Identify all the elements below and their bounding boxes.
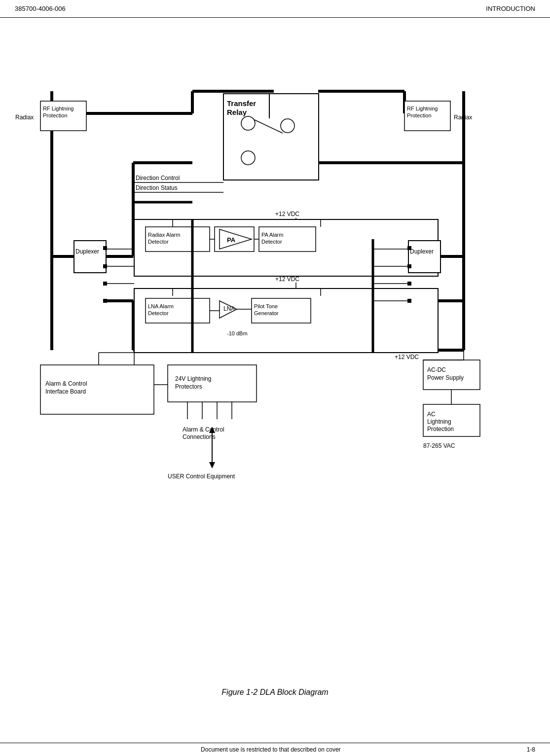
block-diagram-svg: Transfer Relay RF Lightning Protection R… xyxy=(0,15,550,745)
svg-text:+12 VDC: +12 VDC xyxy=(275,276,299,283)
svg-text:Transfer: Transfer xyxy=(227,99,256,108)
svg-text:Connections: Connections xyxy=(183,433,216,440)
svg-text:+12 VDC: +12 VDC xyxy=(395,354,419,360)
svg-text:Detector: Detector xyxy=(148,310,169,316)
svg-rect-117 xyxy=(103,264,107,268)
svg-marker-96 xyxy=(209,462,215,468)
svg-rect-120 xyxy=(407,246,411,250)
svg-text:Duplexer: Duplexer xyxy=(75,248,99,255)
svg-text:PA Alarm: PA Alarm xyxy=(261,232,283,238)
svg-text:AC: AC xyxy=(427,411,436,418)
svg-text:RF Lightning: RF Lightning xyxy=(43,106,73,111)
figure-caption: Figure 1-2 DLA Block Diagram xyxy=(0,688,550,697)
svg-rect-123 xyxy=(407,299,411,303)
svg-text:Protection: Protection xyxy=(43,112,68,118)
svg-text:Direction Control: Direction Control xyxy=(136,175,180,181)
svg-text:Radiax: Radiax xyxy=(15,114,34,121)
svg-text:LNA: LNA xyxy=(223,305,235,312)
svg-text:Duplexer: Duplexer xyxy=(410,248,434,255)
svg-text:Protection: Protection xyxy=(427,426,454,432)
svg-text:24V Lightning: 24V Lightning xyxy=(175,375,211,382)
svg-text:87-265 VAC: 87-265 VAC xyxy=(423,442,455,449)
svg-text:Protectors: Protectors xyxy=(175,383,202,390)
svg-text:Pilot Tone: Pilot Tone xyxy=(254,303,278,309)
svg-rect-121 xyxy=(407,264,411,268)
svg-text:Radiax Alarm: Radiax Alarm xyxy=(148,232,180,238)
svg-rect-118 xyxy=(103,282,107,286)
svg-text:+12 VDC: +12 VDC xyxy=(275,211,299,217)
svg-text:Detector: Detector xyxy=(148,239,169,245)
svg-text:Alarm & Control: Alarm & Control xyxy=(183,426,224,433)
svg-rect-122 xyxy=(407,282,411,286)
svg-text:AC-DC: AC-DC xyxy=(427,366,446,373)
footer-center: Document use is restricted to that descr… xyxy=(201,746,340,753)
svg-rect-76 xyxy=(408,241,440,273)
svg-text:Lightning: Lightning xyxy=(427,418,451,425)
svg-point-22 xyxy=(241,116,255,130)
svg-text:Generator: Generator xyxy=(254,310,279,316)
svg-text:Interface Board: Interface Board xyxy=(45,388,86,395)
svg-text:USER Control Equipment: USER Control Equipment xyxy=(168,473,235,480)
svg-text:Protection: Protection xyxy=(407,112,432,118)
diagram-area: Transfer Relay RF Lightning Protection R… xyxy=(0,15,550,736)
doc-number: 385700-4006-006 xyxy=(15,5,66,12)
svg-text:Radiax: Radiax xyxy=(454,114,472,121)
svg-point-23 xyxy=(241,151,255,165)
svg-text:Direction Status: Direction Status xyxy=(136,184,178,191)
svg-point-24 xyxy=(281,119,294,133)
svg-text:-10 dBm: -10 dBm xyxy=(227,330,248,336)
svg-rect-70 xyxy=(74,241,106,273)
svg-rect-116 xyxy=(103,246,107,250)
footer-right: 1-8 xyxy=(527,746,535,753)
svg-rect-119 xyxy=(103,299,107,303)
svg-text:PA: PA xyxy=(227,236,236,244)
svg-text:RF Lightning: RF Lightning xyxy=(407,106,438,111)
section-title: INTRODUCTION xyxy=(486,5,535,12)
svg-text:Power Supply: Power Supply xyxy=(427,374,464,381)
svg-text:Alarm & Control: Alarm & Control xyxy=(45,380,87,387)
svg-text:Relay: Relay xyxy=(227,108,247,116)
page-footer: Document use is restricted to that descr… xyxy=(0,743,550,756)
svg-text:LNA Alarm: LNA Alarm xyxy=(148,303,174,309)
svg-text:Detector: Detector xyxy=(261,239,282,245)
